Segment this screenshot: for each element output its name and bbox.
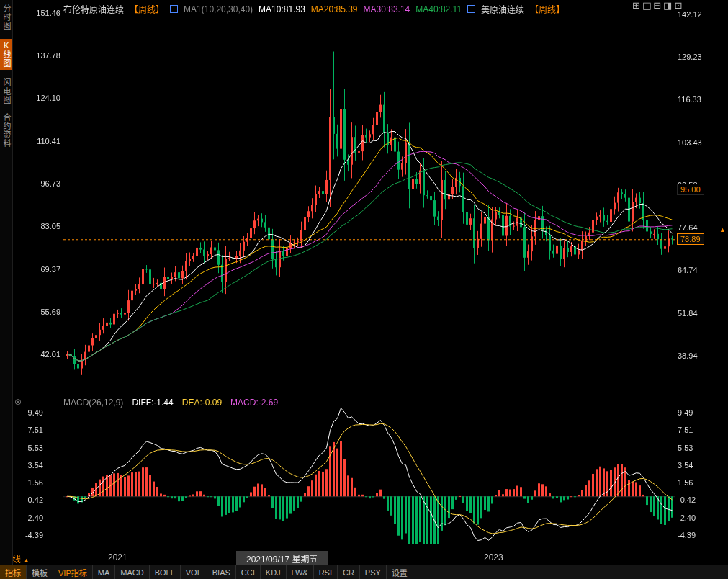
bottom-tab[interactable]: 设置 (387, 565, 413, 579)
price-axis-label: 51.84 (678, 309, 698, 318)
price-axis-label: 142.12 (678, 10, 702, 19)
sidebar-item[interactable]: K线图 (0, 39, 12, 70)
timeline-right-year: 2023 (484, 552, 503, 562)
price-tag-95: 95.00 (677, 184, 704, 195)
macd-dea-value: DEA:-0.09 (182, 398, 222, 408)
layout-split-left-icon[interactable]: ◫ (642, 1, 651, 11)
bottom-tab[interactable]: KDJ (261, 565, 287, 579)
sidebar: 分时图K线图闪电图合约资料 (0, 0, 13, 579)
layout-single-icon[interactable]: ⊞ (632, 1, 640, 11)
bottom-tab[interactable]: 模板 (27, 565, 53, 579)
price-axis-label: 116.33 (678, 95, 701, 104)
ma30-value: MA30:83.14 (364, 4, 410, 14)
sidebar-item[interactable]: 合约资料 (1, 113, 12, 148)
macd-value: MACD:-2.69 (230, 398, 278, 408)
symbol-name: 布伦特原油连续 (63, 3, 124, 15)
price-axis-label: 129.23 (678, 53, 702, 61)
timeline-left-year: 2021 (108, 552, 127, 562)
bottom-tab[interactable]: VIP指标 (53, 565, 93, 579)
macd-axis-label: -0.42 (678, 495, 696, 504)
bottom-tab[interactable]: MACD (115, 565, 149, 579)
price-axis-label: 64.74 (678, 266, 698, 274)
price-marker-arrow-icon: ▲ (719, 226, 726, 233)
layout-rows-icon[interactable]: ⊟ (653, 1, 661, 11)
price-axis-label: 103.43 (678, 138, 702, 147)
macd-header: MACD(26,12,9) DIFF:-1.44 DEA:-0.09 MACD:… (63, 398, 278, 408)
bottom-tab[interactable]: RSI (314, 565, 338, 579)
sidebar-item[interactable]: 分时图 (1, 4, 12, 30)
bottom-tab[interactable]: MA (93, 565, 116, 579)
macd-axis-label: 7.51 (678, 426, 693, 434)
bottom-tab[interactable]: CCI (236, 565, 261, 579)
ma-settings-label: MA1(10,20,30,40) (184, 4, 253, 14)
bottom-tab[interactable]: LW& (287, 565, 314, 579)
ma10-value: MA10:81.93 (259, 4, 305, 14)
indicator-icon (170, 5, 178, 13)
ma40-value: MA40:82.11 (415, 4, 462, 14)
period-badge-arrow-icon: ▲ (23, 557, 30, 564)
ma20-value: MA20:85.39 (311, 4, 358, 14)
indicator-tabbar: 指标模板VIP指标MAMACDBOLLVOLBIASCCIKDJLW&RSICR… (0, 565, 728, 579)
macd-axis-label: -2.40 (678, 513, 696, 522)
bottom-tab[interactable]: PSY (360, 565, 387, 579)
period-tag: 【周线】 (130, 3, 164, 15)
macd-diff-value: DIFF:-1.44 (132, 398, 173, 408)
selected-date-box: 2021/09/17 星期五 (236, 551, 328, 566)
bottom-tab[interactable]: 指标 (0, 565, 27, 579)
price-axis-label: 38.94 (678, 351, 698, 360)
macd-axis-label: -4.39 (678, 531, 696, 539)
last-price-tag: 78.89 (677, 233, 704, 245)
layout-icon-group: ⊞◫⊟◨⊡ (632, 1, 682, 11)
price-axis-label: 77.64 (678, 223, 698, 232)
macd-axis-label: 9.49 (678, 408, 693, 417)
bottom-tab[interactable]: BIAS (207, 565, 236, 579)
period-tag2: 【周线】 (530, 3, 565, 15)
chart-application: 分时图K线图闪电图合约资料 布伦特原油连续 【周线】 MA1(10,20,30,… (0, 0, 728, 579)
chart-header: 布伦特原油连续 【周线】 MA1(10,20,30,40) MA10:81.93… (63, 3, 565, 15)
macd-axis-label: 1.56 (678, 478, 693, 487)
collapse-subchart-icon[interactable]: ⊗ (14, 397, 22, 407)
macd-params-label: MACD(26,12,9) (63, 398, 123, 408)
macd-axis-label: 5.53 (678, 444, 693, 452)
price-chart-canvas[interactable] (0, 0, 728, 579)
sidebar-item[interactable]: 闪电图 (1, 78, 12, 104)
series-icon (467, 5, 475, 13)
symbol2-name: 美原油连续 (481, 3, 524, 15)
layout-quad-icon[interactable]: ⊡ (674, 1, 682, 11)
bottom-tab[interactable]: CR (338, 565, 360, 579)
layout-split-right-icon[interactable]: ◨ (663, 1, 672, 11)
macd-axis-label: 3.54 (678, 461, 693, 470)
bottom-tab[interactable]: BOLL (150, 565, 181, 579)
bottom-tab[interactable]: VOL (181, 565, 207, 579)
